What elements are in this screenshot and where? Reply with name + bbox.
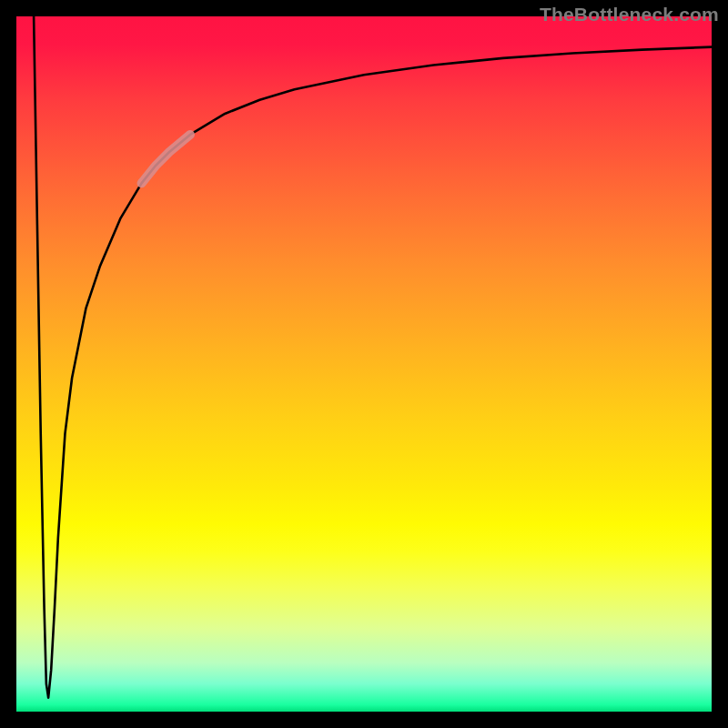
chart-curve-layer: [16, 16, 712, 712]
curve-highlight-segment: [142, 135, 190, 183]
chart-frame: TheBottleneck.com: [0, 0, 728, 728]
watermark-credit: TheBottleneck.com: [540, 4, 719, 25]
curve-main: [34, 16, 712, 698]
bottleneck-curve: [34, 16, 712, 698]
